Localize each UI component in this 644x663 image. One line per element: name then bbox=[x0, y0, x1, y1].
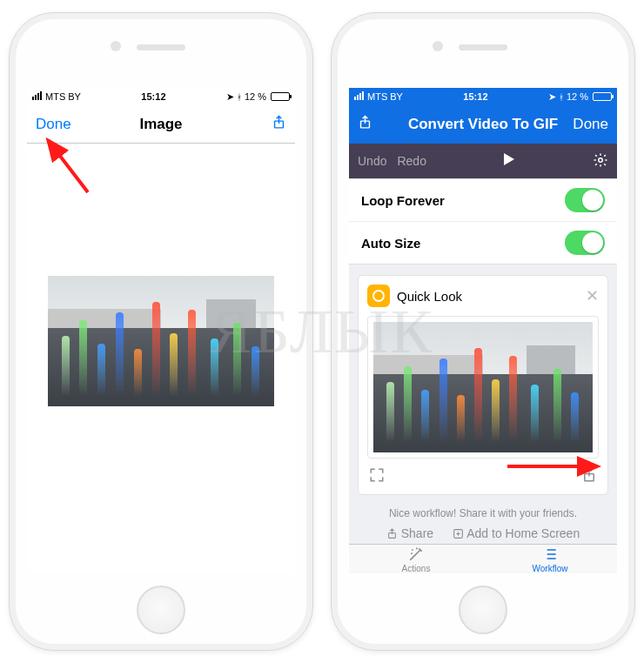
battery-icon bbox=[271, 92, 290, 101]
share-icon bbox=[386, 528, 398, 539]
status-bar: MTS BY 15:12 ➤ ᚼ 12 % bbox=[349, 88, 617, 105]
status-time: 15:12 bbox=[81, 91, 226, 102]
battery-icon bbox=[593, 92, 612, 101]
workflow-toolbar: Undo Redo bbox=[349, 144, 617, 178]
tab-workflow-label: Workflow bbox=[533, 564, 568, 573]
share-prompt: Nice workflow! Share it with your friend… bbox=[349, 495, 617, 521]
nav-bar: Done Image bbox=[27, 105, 295, 144]
bluetooth-icon: ᚼ bbox=[559, 92, 564, 102]
share-result-button[interactable] bbox=[581, 467, 597, 486]
loop-forever-label: Loop Forever bbox=[361, 193, 565, 208]
status-bar: MTS BY 15:12 ➤ ᚼ 12 % bbox=[27, 88, 295, 105]
add-to-home-button[interactable]: Add to Home Screen bbox=[453, 526, 580, 540]
workflow-content: Loop Forever Auto Size Quick Look ✕ bbox=[349, 178, 617, 573]
phone-right: MTS BY 15:12 ➤ ᚼ 12 % Convert Video To G… bbox=[331, 12, 635, 651]
phone-camera bbox=[111, 41, 121, 51]
remove-action-button[interactable]: ✕ bbox=[586, 286, 599, 305]
gif-preview bbox=[48, 276, 274, 406]
location-icon: ➤ bbox=[226, 91, 234, 103]
play-icon bbox=[503, 152, 515, 166]
screen-left: MTS BY 15:12 ➤ ᚼ 12 % Done Image bbox=[27, 88, 295, 573]
loop-forever-switch[interactable] bbox=[565, 188, 605, 212]
home-button[interactable] bbox=[137, 586, 185, 634]
quick-look-title: Quick Look bbox=[397, 289, 462, 304]
phone-speaker bbox=[459, 44, 507, 50]
undo-button[interactable]: Undo bbox=[358, 154, 386, 168]
tab-actions-label: Actions bbox=[402, 564, 431, 573]
battery-pct: 12 % bbox=[245, 91, 266, 102]
quick-look-card: Quick Look ✕ bbox=[358, 275, 608, 495]
share-icon bbox=[358, 115, 372, 130]
svg-point-3 bbox=[599, 157, 603, 162]
gear-icon bbox=[593, 152, 608, 168]
quick-look-preview bbox=[367, 316, 599, 459]
tab-actions[interactable]: Actions bbox=[349, 545, 483, 573]
tab-bar: Actions Workflow bbox=[349, 544, 617, 573]
plus-square-icon bbox=[453, 528, 464, 539]
status-time: 15:12 bbox=[403, 91, 548, 102]
bluetooth-icon: ᚼ bbox=[237, 92, 242, 102]
auto-size-label: Auto Size bbox=[361, 236, 565, 251]
phone-camera bbox=[433, 41, 443, 51]
wand-icon bbox=[406, 546, 426, 563]
quick-look-action-icon bbox=[367, 285, 390, 307]
nav-bar: Convert Video To GIF Done bbox=[349, 105, 617, 144]
carrier-label: MTS BY bbox=[45, 91, 81, 102]
gif-preview bbox=[373, 322, 593, 452]
screen-right: MTS BY 15:12 ➤ ᚼ 12 % Convert Video To G… bbox=[349, 88, 617, 573]
done-button[interactable]: Done bbox=[36, 116, 71, 133]
preview-area bbox=[27, 144, 295, 573]
share-icon bbox=[581, 467, 597, 483]
done-button[interactable]: Done bbox=[573, 116, 608, 133]
tab-workflow[interactable]: Workflow bbox=[483, 545, 617, 573]
phone-speaker bbox=[137, 44, 185, 50]
auto-size-switch[interactable] bbox=[565, 231, 605, 255]
signal-icon bbox=[354, 91, 365, 102]
redo-button[interactable]: Redo bbox=[397, 154, 426, 168]
battery-pct: 12 % bbox=[567, 91, 588, 102]
location-icon: ➤ bbox=[548, 91, 556, 103]
home-button[interactable] bbox=[459, 586, 507, 634]
carrier-label: MTS BY bbox=[367, 91, 403, 102]
fullscreen-button[interactable] bbox=[369, 467, 385, 486]
share-label: Share bbox=[401, 526, 433, 540]
eye-icon bbox=[372, 290, 385, 302]
share-button[interactable] bbox=[358, 115, 372, 134]
expand-icon bbox=[369, 467, 385, 483]
signal-icon bbox=[32, 91, 43, 102]
share-workflow-button[interactable]: Share bbox=[386, 526, 433, 540]
auto-size-row: Auto Size bbox=[349, 222, 617, 264]
list-icon bbox=[540, 546, 560, 563]
add-home-label: Add to Home Screen bbox=[466, 526, 580, 540]
loop-forever-row: Loop Forever bbox=[349, 179, 617, 222]
run-button[interactable] bbox=[437, 152, 582, 171]
gif-options-group: Loop Forever Auto Size bbox=[349, 178, 617, 265]
settings-button[interactable] bbox=[593, 152, 608, 171]
phone-left: MTS BY 15:12 ➤ ᚼ 12 % Done Image bbox=[9, 12, 313, 651]
share-icon bbox=[272, 115, 286, 130]
share-button[interactable] bbox=[272, 115, 286, 134]
